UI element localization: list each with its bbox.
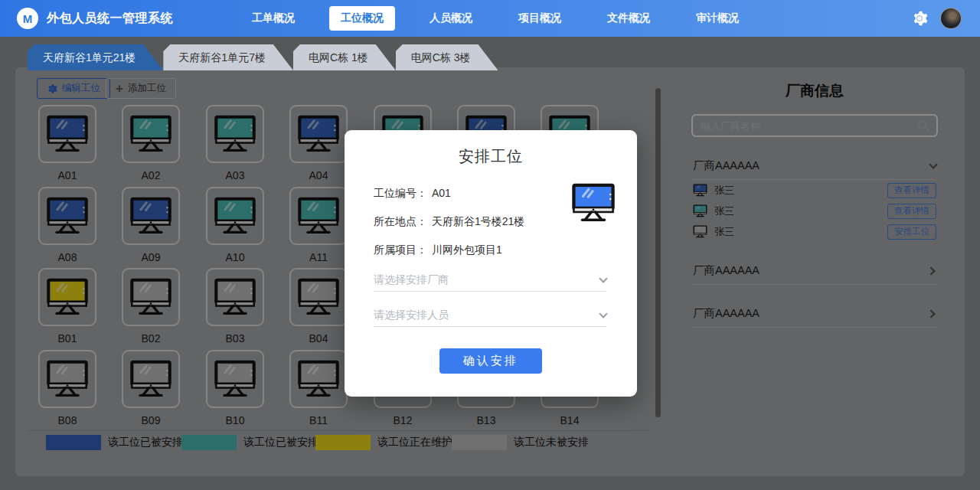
field-label: 所属项目：: [374, 243, 427, 256]
field-value: A01: [432, 187, 451, 199]
monitor-icon: [571, 182, 616, 224]
confirm-assign-button[interactable]: 确认安排: [439, 348, 542, 374]
field-label: 工位编号：: [374, 187, 427, 199]
nav-item-1[interactable]: 工位概况: [329, 6, 395, 31]
settings-gear-icon[interactable]: [911, 10, 928, 27]
assign-workstation-modal: 安排工位 工位编号：A01 所在地点：天府新谷1号楼21楼 所属项目：川网外包项…: [345, 130, 637, 397]
field-value: 川网外包项目1: [432, 243, 502, 256]
nav-item-2[interactable]: 人员概况: [418, 6, 484, 31]
field-project: 所属项目：川网外包项目1: [374, 243, 502, 257]
vendor-select-placeholder: 请选择安排厂商: [374, 273, 449, 287]
modal-monitor-icon: [571, 182, 616, 224]
app-title: 外包人员统一管理系统: [47, 11, 173, 27]
field-label: 所在地点：: [374, 215, 427, 227]
nav-item-4[interactable]: 文件概况: [596, 6, 662, 31]
user-avatar[interactable]: [940, 8, 962, 29]
field-workstation-id: 工位编号：A01: [374, 187, 451, 201]
floor-tabs: 天府新谷1单元21楼天府新谷1单元7楼电网C栋 1楼电网C栋 3楼: [28, 44, 498, 70]
person-select[interactable]: 请选择安排人员: [374, 304, 606, 327]
vendor-select[interactable]: 请选择安排厂商: [374, 269, 606, 292]
nav-item-5[interactable]: 审计概况: [684, 6, 750, 31]
app-logo-icon: M: [17, 8, 38, 29]
tab-0[interactable]: 天府新谷1单元21楼: [28, 44, 163, 70]
gear-icon: [911, 10, 928, 27]
tab-1[interactable]: 天府新谷1单元7楼: [163, 44, 293, 70]
nav-menu: 工单概况工位概况人员概况项目概况文件概况审计概况: [240, 6, 750, 31]
person-select-placeholder: 请选择安排人员: [374, 309, 449, 322]
modal-title: 安排工位: [345, 146, 637, 167]
app: M 外包人员统一管理系统 工单概况工位概况人员概况项目概况文件概况审计概况 天府…: [0, 0, 980, 490]
tab-3[interactable]: 电网C栋 3楼: [396, 44, 498, 70]
top-nav: M 外包人员统一管理系统 工单概况工位概况人员概况项目概况文件概况审计概况: [0, 0, 980, 37]
tab-2[interactable]: 电网C栋 1楼: [293, 44, 396, 70]
nav-item-3[interactable]: 项目概况: [507, 6, 573, 31]
nav-item-0[interactable]: 工单概况: [240, 6, 306, 31]
nav-right: [911, 8, 962, 29]
field-location: 所在地点：天府新谷1号楼21楼: [374, 215, 524, 229]
chevron-down-icon: [599, 309, 607, 318]
chevron-down-icon: [599, 274, 607, 283]
field-value: 天府新谷1号楼21楼: [432, 215, 524, 227]
